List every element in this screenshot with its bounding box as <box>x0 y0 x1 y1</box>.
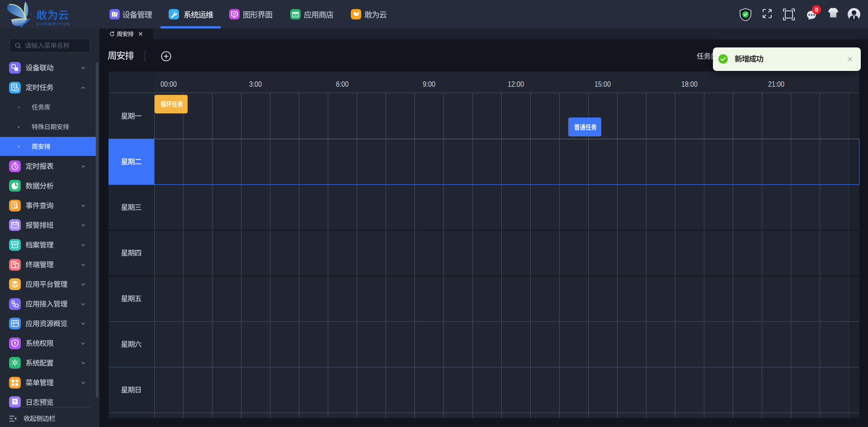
svg-text:0: 0 <box>815 7 818 13</box>
